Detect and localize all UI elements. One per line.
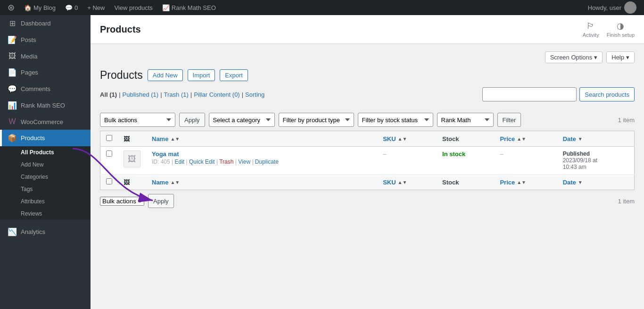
submenu-categories[interactable]: Categories: [0, 171, 91, 183]
sort-date-link[interactable]: Date ▼: [563, 135, 628, 142]
sidebar-item-comments[interactable]: 💬 Comments: [0, 81, 91, 97]
tfoot-price[interactable]: Price ▲▼: [494, 175, 557, 190]
export-button[interactable]: Export: [220, 69, 248, 81]
submenu-reviews[interactable]: Reviews: [0, 208, 91, 220]
quick-edit-link[interactable]: Quick Edit: [189, 159, 215, 165]
adminbar-howdy[interactable]: Howdy, user: [584, 1, 640, 14]
activity-icon: 🏳: [586, 21, 595, 31]
page-title-section: Products Add New Import Export: [100, 69, 635, 82]
top-bar-actions: Screen Options ▾ Help ▾: [100, 51, 635, 63]
tab-pillar-content[interactable]: Pillar Content (0): [194, 91, 240, 98]
sidebar-item-media[interactable]: 🖼 Media: [0, 48, 91, 64]
apply-bulk-top-button[interactable]: Apply: [179, 113, 205, 127]
product-name-link[interactable]: Yoga mat: [152, 150, 179, 158]
row-sku-cell: –: [377, 147, 437, 175]
sort-icon-name: ▲▼: [170, 136, 180, 142]
product-id: ID: 405 |: [152, 159, 173, 165]
edit-link[interactable]: Edit: [174, 159, 184, 165]
row-price-cell: –: [494, 147, 557, 175]
sort-icon-price: ▲▼: [517, 136, 526, 142]
sort-date-link-foot[interactable]: Date ▼: [563, 179, 628, 186]
sort-icon-date-foot: ▼: [578, 180, 583, 185]
sidebar-item-woocommerce[interactable]: W WooCommerce: [0, 114, 91, 130]
th-price[interactable]: Price ▲▼: [494, 131, 557, 147]
bulk-actions-bottom-select[interactable]: Bulk actions: [100, 197, 144, 206]
sidebar-item-dashboard[interactable]: ⊞ Dashboard: [0, 15, 91, 32]
tfoot-name[interactable]: Name ▲▼: [146, 175, 377, 190]
chevron-down-icon: ▾: [594, 54, 597, 61]
search-products-button[interactable]: Search products: [579, 87, 635, 101]
finish-setup-button[interactable]: ◑ Finish setup: [607, 21, 635, 38]
row-actions: ID: 405 | Edit | Quick Edit | Trash | Vi…: [152, 159, 372, 165]
row-checkbox-cell: [100, 147, 118, 175]
duplicate-link[interactable]: Duplicate: [255, 159, 279, 165]
stock-status-filter-select[interactable]: Filter by stock status: [358, 113, 433, 127]
rank-math-icon: 📈: [162, 4, 170, 11]
adminbar-my-blog[interactable]: 🏠 My Blog: [20, 0, 59, 15]
header-actions: 🏳 Activity ◑ Finish setup: [583, 21, 635, 38]
trash-link[interactable]: Trash: [219, 159, 233, 165]
tab-published[interactable]: Published (1): [123, 91, 159, 98]
tfoot-date[interactable]: Date ▼: [557, 175, 635, 190]
search-input[interactable]: [482, 87, 577, 101]
product-type-filter-select[interactable]: Filter by product type: [279, 113, 354, 127]
add-new-button[interactable]: Add New: [148, 69, 183, 81]
sort-name-link[interactable]: Name ▲▼: [152, 135, 372, 142]
adminbar-view-products[interactable]: View products: [110, 0, 156, 15]
quick-edit-action: Quick Edit |: [189, 159, 218, 165]
view-link[interactable]: View: [238, 159, 250, 165]
submenu-tags[interactable]: Tags: [0, 183, 91, 195]
adminbar-new[interactable]: + New: [83, 0, 108, 15]
help-button[interactable]: Help ▾: [606, 51, 635, 63]
sidebar-item-pages[interactable]: 📄 Pages: [0, 64, 91, 81]
th-name[interactable]: Name ▲▼: [146, 131, 377, 147]
avatar: [624, 1, 636, 14]
tfoot-sku[interactable]: SKU ▲▼: [377, 175, 437, 190]
rank-math-filter-select[interactable]: Rank Math: [437, 113, 494, 127]
finish-setup-icon: ◑: [617, 21, 624, 31]
main-content: Products 🏳 Activity ◑ Finish setup Scree…: [91, 15, 644, 309]
search-area: Search products: [482, 87, 635, 101]
adminbar-rank-math[interactable]: 📈 Rank Math SEO: [158, 0, 220, 15]
sidebar-item-posts[interactable]: 📝 Posts: [0, 32, 91, 48]
apply-bulk-bottom-button[interactable]: Apply: [148, 194, 174, 208]
row-checkbox[interactable]: [106, 150, 112, 157]
sort-name-link-foot[interactable]: Name ▲▼: [152, 179, 372, 186]
sort-price-link-foot[interactable]: Price ▲▼: [500, 179, 551, 186]
th-stock: Stock: [437, 131, 494, 147]
submenu-all-products[interactable]: All Products: [0, 146, 91, 159]
select-all-checkbox[interactable]: [106, 135, 112, 141]
sidebar-item-analytics[interactable]: 📉 Analytics: [0, 224, 91, 240]
activity-button[interactable]: 🏳 Activity: [583, 21, 599, 38]
sku-value: –: [383, 150, 386, 158]
sidebar-item-rank-math[interactable]: 📊 Rank Math SEO: [0, 97, 91, 114]
category-filter-select[interactable]: Select a category: [209, 113, 275, 127]
tab-trash[interactable]: Trash (1): [164, 91, 189, 98]
sort-sku-link-foot[interactable]: SKU ▲▼: [383, 179, 431, 186]
bulk-actions-top-select[interactable]: Bulk actions: [100, 113, 175, 127]
import-button[interactable]: Import: [188, 69, 215, 81]
tfoot-thumbnail: 🖼: [118, 175, 146, 190]
wp-logo[interactable]: ⊛: [4, 2, 18, 13]
date-info: Published 2023/09/18 at 10:43 am: [563, 150, 628, 170]
page-header: Products 🏳 Activity ◑ Finish setup: [91, 15, 644, 44]
pages-icon: 📄: [8, 68, 17, 77]
row-name-cell: Yoga mat ID: 405 | Edit | Quick Edit | T…: [146, 147, 377, 175]
select-all-checkbox-bottom[interactable]: [106, 178, 112, 184]
tab-all[interactable]: All (1): [100, 91, 117, 98]
submenu-add-new[interactable]: Add New: [0, 159, 91, 171]
adminbar-comments[interactable]: 💬 0: [61, 0, 82, 15]
filter-button[interactable]: Filter: [497, 113, 521, 127]
tfoot-stock: Stock: [437, 175, 494, 190]
th-sku[interactable]: SKU ▲▼: [377, 131, 437, 147]
item-count-bottom: 1 item: [618, 198, 635, 205]
th-date[interactable]: Date ▼: [557, 131, 635, 147]
sort-price-link[interactable]: Price ▲▼: [500, 135, 551, 142]
submenu-attributes[interactable]: Attributes: [0, 195, 91, 208]
tab-sorting[interactable]: Sorting: [245, 91, 264, 98]
sidebar-item-products[interactable]: 📦 Products: [0, 130, 91, 146]
sort-sku-link[interactable]: SKU ▲▼: [383, 135, 431, 142]
trash-action: Trash |: [219, 159, 237, 165]
media-icon: 🖼: [8, 52, 17, 60]
screen-options-button[interactable]: Screen Options ▾: [545, 51, 603, 63]
